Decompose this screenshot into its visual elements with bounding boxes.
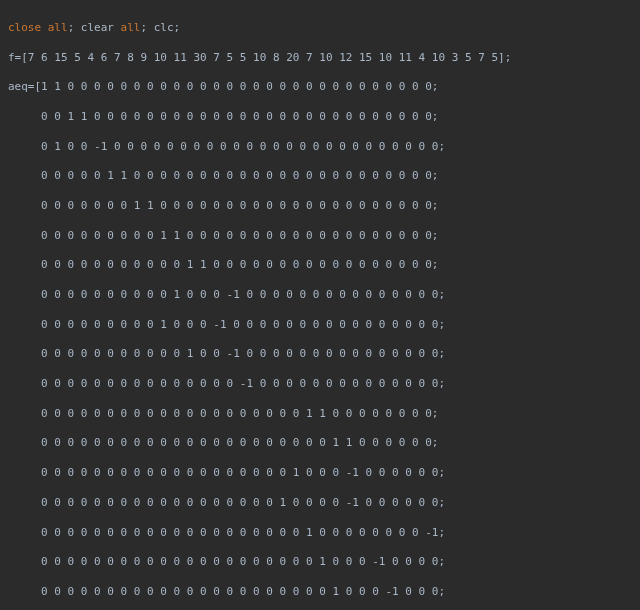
keyword-close: close <box>8 21 48 34</box>
keyword-all: all <box>48 21 68 34</box>
code-line: 0 0 0 0 0 0 0 0 0 0 0 0 0 0 0 0 0 0 0 0 … <box>8 585 632 600</box>
code-line: 0 0 0 0 0 0 0 0 0 1 1 0 0 0 0 0 0 0 0 0 … <box>8 229 632 244</box>
code-line: 0 0 0 0 0 0 0 0 0 0 1 0 0 0 -1 0 0 0 0 0… <box>8 288 632 303</box>
keyword-all: all <box>121 21 141 34</box>
code-line: 0 0 0 0 0 0 0 0 0 0 0 0 0 0 0 0 0 0 0 0 … <box>8 526 632 541</box>
code-line: 0 0 0 0 0 1 1 0 0 0 0 0 0 0 0 0 0 0 0 0 … <box>8 169 632 184</box>
code-line: aeq=[1 1 0 0 0 0 0 0 0 0 0 0 0 0 0 0 0 0… <box>8 80 632 95</box>
code-line: 0 1 0 0 -1 0 0 0 0 0 0 0 0 0 0 0 0 0 0 0… <box>8 140 632 155</box>
code-line: 0 0 0 0 0 0 0 0 0 0 0 0 0 0 0 0 0 0 0 0 … <box>8 407 632 422</box>
code-line: 0 0 0 0 0 0 0 1 1 0 0 0 0 0 0 0 0 0 0 0 … <box>8 199 632 214</box>
code-line: 0 0 0 0 0 0 0 0 0 0 0 1 0 0 -1 0 0 0 0 0… <box>8 347 632 362</box>
code-text: ; clear <box>68 21 121 34</box>
code-line: 0 0 0 0 0 0 0 0 0 0 0 0 0 0 0 0 0 0 0 1 … <box>8 466 632 481</box>
code-text: ; clc; <box>140 21 180 34</box>
code-line: 0 0 1 1 0 0 0 0 0 0 0 0 0 0 0 0 0 0 0 0 … <box>8 110 632 125</box>
code-line: close all; clear all; clc; <box>8 21 632 36</box>
code-line: 0 0 0 0 0 0 0 0 0 0 0 0 0 0 0 0 0 0 0 0 … <box>8 436 632 451</box>
code-editor[interactable]: close all; clear all; clc; f=[7 6 15 5 4… <box>0 0 640 610</box>
code-line: 0 0 0 0 0 0 0 0 0 0 0 1 1 0 0 0 0 0 0 0 … <box>8 258 632 273</box>
code-line: 0 0 0 0 0 0 0 0 0 0 0 0 0 0 0 0 0 0 1 0 … <box>8 496 632 511</box>
code-line: 0 0 0 0 0 0 0 0 0 0 0 0 0 0 0 -1 0 0 0 0… <box>8 377 632 392</box>
code-line: 0 0 0 0 0 0 0 0 0 1 0 0 0 -1 0 0 0 0 0 0… <box>8 318 632 333</box>
code-line: 0 0 0 0 0 0 0 0 0 0 0 0 0 0 0 0 0 0 0 0 … <box>8 555 632 570</box>
code-line: f=[7 6 15 5 4 6 7 8 9 10 11 30 7 5 5 10 … <box>8 51 632 66</box>
